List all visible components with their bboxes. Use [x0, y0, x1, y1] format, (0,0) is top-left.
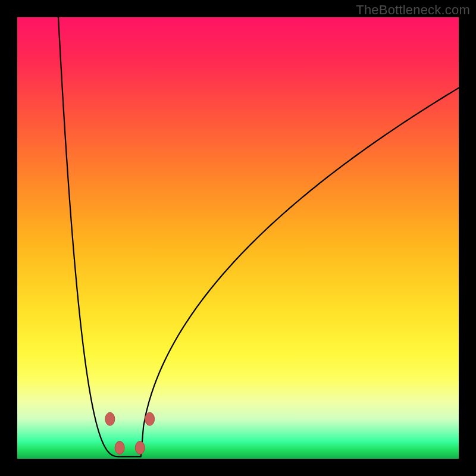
watermark-text: TheBottleneck.com	[356, 2, 470, 18]
marker-group	[105, 412, 155, 454]
curve-marker	[145, 412, 155, 425]
curve-marker	[135, 441, 145, 454]
plot-area	[17, 17, 459, 459]
curve-marker	[105, 412, 115, 425]
bottleneck-curve	[58, 17, 459, 456]
curve-marker	[115, 441, 124, 454]
chart-frame: TheBottleneck.com	[0, 0, 476, 476]
curve-svg	[17, 17, 459, 459]
